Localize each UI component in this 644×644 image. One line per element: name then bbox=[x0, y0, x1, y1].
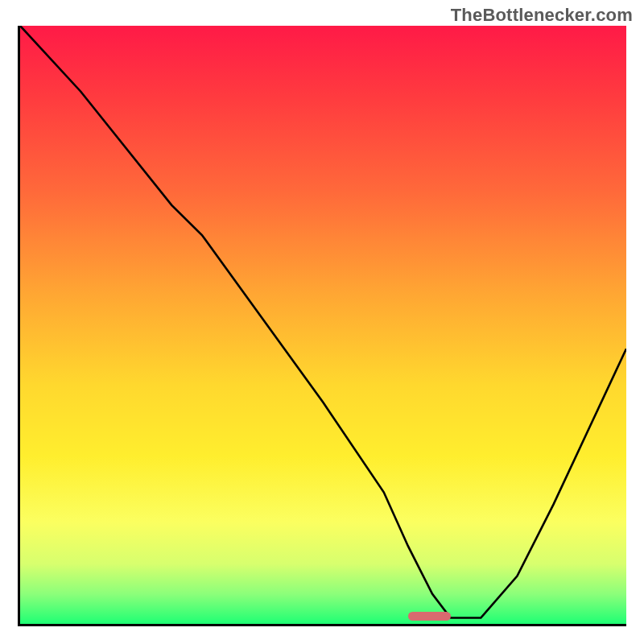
bottleneck-curve bbox=[20, 26, 626, 624]
chart-container: TheBottlenecker.com bbox=[0, 0, 644, 644]
optimal-range-marker bbox=[408, 612, 451, 621]
plot-area bbox=[18, 26, 626, 626]
curve-path bbox=[20, 26, 626, 618]
attribution-label: TheBottlenecker.com bbox=[451, 5, 633, 26]
